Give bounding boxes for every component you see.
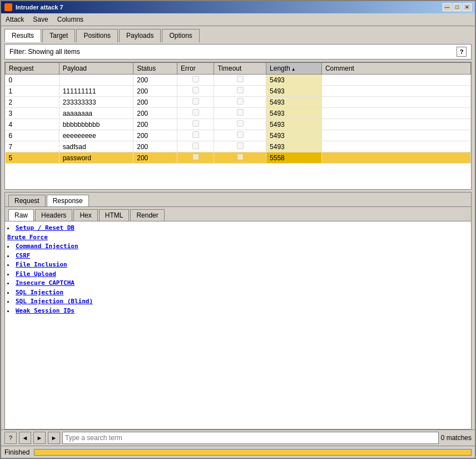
tab-response[interactable]: Response — [47, 195, 89, 206]
status-bar: Finished — [1, 446, 475, 458]
col-error[interactable]: Error — [177, 63, 214, 75]
tab-html[interactable]: HTML — [99, 209, 130, 221]
cell-comment — [321, 152, 470, 164]
menu-attack[interactable]: Attack — [1, 14, 28, 24]
cell-error — [177, 141, 214, 152]
cell-status: 200 — [133, 75, 177, 86]
content-line: File Inclusion — [7, 260, 469, 270]
title-bar-controls: — □ ✕ — [443, 3, 472, 11]
table-row[interactable]: 22333333332005493 — [6, 97, 471, 108]
prev-button[interactable]: ◄ — [19, 432, 31, 444]
tab-positions[interactable]: Positions — [76, 29, 118, 42]
cell-timeout — [214, 130, 266, 141]
req-res-tab-bar: Request Response — [5, 193, 471, 207]
cell-timeout — [214, 152, 266, 164]
tab-hex[interactable]: Hex — [73, 209, 97, 221]
cell-comment — [321, 97, 470, 108]
tab-results[interactable]: Results — [4, 29, 41, 42]
cell-status: 200 — [133, 97, 177, 108]
col-status[interactable]: Status — [133, 63, 177, 75]
app-icon — [4, 3, 12, 11]
tab-options[interactable]: Options — [162, 29, 199, 42]
content-line: Command Injection — [7, 242, 469, 251]
cell-comment — [321, 108, 470, 119]
cell-timeout — [214, 141, 266, 152]
help-search-button[interactable]: ? — [4, 432, 17, 444]
cell-status: 200 — [133, 130, 177, 141]
cell-error — [177, 97, 214, 108]
cell-timeout — [214, 75, 266, 86]
tab-headers[interactable]: Headers — [35, 209, 72, 221]
minimize-button[interactable]: — — [443, 3, 452, 11]
col-request[interactable]: Request — [6, 63, 60, 75]
maximize-button[interactable]: □ — [453, 3, 462, 11]
cell-length: 5558 — [266, 152, 322, 164]
response-section: Request Response Raw Headers Hex HTML Re… — [4, 192, 472, 430]
cell-request: 6 — [6, 130, 60, 141]
tab-request[interactable]: Request — [8, 195, 46, 206]
cell-request: 7 — [6, 141, 60, 152]
table-row[interactable]: 4bbbbbbbbbb2005493 — [6, 119, 471, 130]
filter-bar: Filter: Showing all items ? — [4, 44, 472, 60]
menu-columns[interactable]: Columns — [53, 14, 88, 24]
cell-timeout — [214, 108, 266, 119]
menu-bar: Attack Save Columns — [1, 13, 475, 26]
table-row[interactable]: 6eeeeeeeee2005493 — [6, 130, 471, 141]
cell-timeout — [214, 86, 266, 97]
cell-error — [177, 130, 214, 141]
cell-payload: 233333333 — [59, 97, 133, 108]
tab-payloads[interactable]: Payloads — [119, 29, 161, 42]
cell-length: 5493 — [266, 141, 322, 152]
table-row[interactable]: 11111111112005493 — [6, 86, 471, 97]
main-tab-bar: Results Target Positions Payloads Option… — [1, 26, 475, 42]
cell-comment — [321, 75, 470, 86]
cell-request: 1 — [6, 86, 60, 97]
col-timeout[interactable]: Timeout — [214, 63, 266, 75]
cell-payload: eeeeeeeee — [59, 130, 133, 141]
cell-length: 5493 — [266, 86, 322, 97]
content-line: File Upload — [7, 270, 469, 279]
cell-error — [177, 75, 214, 86]
content-line: SQL Injection — [7, 288, 469, 298]
close-button[interactable]: ✕ — [463, 3, 472, 11]
results-table: Request Payload Status Error Timeout Len… — [5, 62, 471, 164]
cell-error — [177, 119, 214, 130]
cell-payload: bbbbbbbbbb — [59, 119, 133, 130]
col-payload[interactable]: Payload — [59, 63, 133, 75]
col-length[interactable]: Length▲ — [266, 63, 322, 75]
tab-target[interactable]: Target — [42, 29, 75, 42]
search-input[interactable] — [62, 432, 439, 444]
window-title: Intruder attack 7 — [16, 4, 63, 11]
cell-request: 4 — [6, 119, 60, 130]
tab-render[interactable]: Render — [130, 209, 164, 221]
title-bar: Intruder attack 7 — □ ✕ — [1, 1, 475, 13]
cell-payload: aaaaaaaa — [59, 108, 133, 119]
cell-status: 200 — [133, 119, 177, 130]
table-row[interactable]: 02005493 — [6, 75, 471, 86]
cell-status: 200 — [133, 141, 177, 152]
content-line: Insecure CAPTCHA — [7, 279, 469, 288]
title-bar-text: Intruder attack 7 — [4, 3, 63, 11]
next2-button[interactable]: ► — [48, 432, 60, 444]
cell-error — [177, 86, 214, 97]
cell-payload: sadfsad — [59, 141, 133, 152]
filter-label: Filter: Showing all items — [9, 48, 80, 56]
content-line: Weak Session IDs — [7, 307, 469, 316]
table-row[interactable]: 5password2005558 — [6, 152, 471, 164]
cell-error — [177, 108, 214, 119]
next-button[interactable]: ► — [33, 432, 46, 444]
table-row[interactable]: 7sadfsad2005493 — [6, 141, 471, 152]
cell-comment — [321, 119, 470, 130]
content-line: CSRF — [7, 251, 469, 261]
filter-help-button[interactable]: ? — [457, 47, 467, 57]
content-line: Setup / Reset DB — [7, 224, 469, 233]
tab-raw[interactable]: Raw — [8, 209, 34, 221]
cell-length: 5493 — [266, 119, 322, 130]
cell-payload: password — [59, 152, 133, 164]
status-progress — [34, 449, 472, 456]
table-row[interactable]: 3aaaaaaaa2005493 — [6, 108, 471, 119]
menu-save[interactable]: Save — [28, 14, 52, 24]
col-comment[interactable]: Comment — [321, 63, 470, 75]
cell-request: 2 — [6, 97, 60, 108]
status-label: Finished — [4, 448, 29, 456]
